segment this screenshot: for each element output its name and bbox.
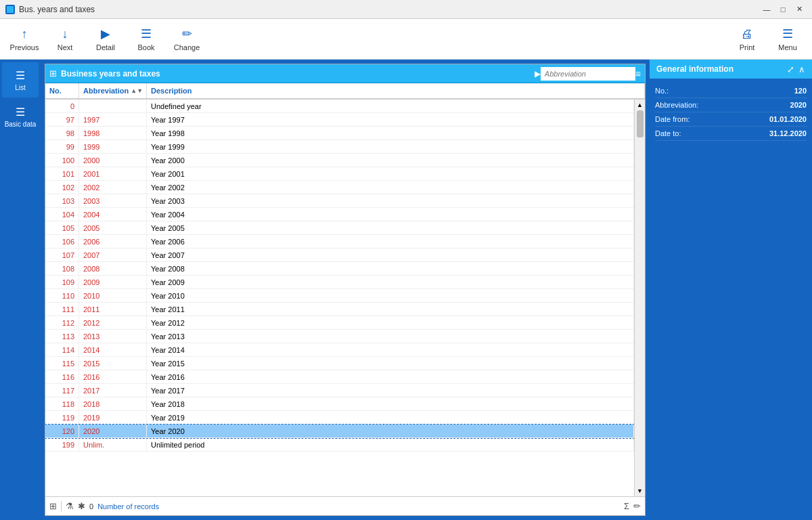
cell-description: Year 2002 — [147, 181, 634, 194]
col-abbreviation[interactable]: Abbreviation ▲▼ — [79, 83, 147, 98]
change-label: Change — [174, 43, 200, 51]
table-row[interactable]: 1022002Year 2002 — [45, 181, 634, 194]
cell-description: Year 2020 — [147, 425, 634, 437]
table-row[interactable]: 1192019Year 2019 — [45, 411, 634, 425]
cell-abbreviation: 2009 — [79, 276, 147, 288]
expand-icon[interactable]: ⤢ — [787, 64, 794, 74]
sidebar-item-basic-data[interactable]: ☰ Basic data — [2, 99, 39, 134]
cell-no: 199 — [45, 438, 79, 451]
sidebar-item-list[interactable]: ☰ List — [2, 62, 39, 98]
table-row[interactable]: 1012001Year 2001 — [45, 167, 634, 181]
cell-no: 112 — [45, 316, 79, 329]
cell-abbreviation: 2001 — [79, 167, 147, 180]
table-row[interactable]: 1162016Year 2016 — [45, 370, 634, 384]
table-row[interactable]: 1062006Year 2006 — [45, 235, 634, 248]
cell-abbreviation: 2014 — [79, 343, 147, 356]
book-icon: ☰ — [141, 26, 152, 41]
cell-abbreviation: 2003 — [79, 194, 147, 207]
right-panel-body: No.:120Abbreviation:2020Date from:01.01.… — [650, 79, 812, 146]
cell-description: Year 2009 — [147, 276, 634, 288]
cell-description: Year 2000 — [147, 154, 634, 167]
sidebar-basic-data-label: Basic data — [5, 121, 37, 128]
print-button[interactable]: 🖨 Print — [728, 22, 766, 57]
table-row[interactable]: 1002000Year 2000 — [45, 154, 634, 167]
cell-abbreviation — [79, 100, 147, 112]
settings-icon[interactable]: ✱ — [78, 501, 85, 511]
table-row[interactable]: 1052005Year 2005 — [45, 221, 634, 235]
previous-button[interactable]: ↑ Previous — [5, 22, 43, 57]
table-search-input[interactable] — [541, 67, 635, 81]
table-row[interactable]: 1042004Year 2004 — [45, 208, 634, 221]
cell-no: 114 — [45, 343, 79, 356]
cell-description: Year 2015 — [147, 357, 634, 370]
table-row[interactable]: 981998Year 1998 — [45, 127, 634, 140]
collapse-icon[interactable]: ∧ — [798, 64, 805, 74]
cell-abbreviation: 2020 — [79, 425, 147, 437]
detail-button[interactable]: ▶ Detail — [87, 22, 125, 57]
table-row[interactable]: 1132013Year 2013 — [45, 330, 634, 343]
grid-body[interactable]: 0Undefined year971997Year 1997981998Year… — [45, 100, 634, 496]
cell-no: 110 — [45, 289, 79, 302]
number-records-label: Number of records — [97, 502, 159, 511]
table-row[interactable]: 1122012Year 2012 — [45, 316, 634, 330]
next-button[interactable]: ↓ Next — [46, 22, 84, 57]
table-row[interactable]: 1102010Year 2010 — [45, 289, 634, 303]
table-row[interactable]: 1092009Year 2009 — [45, 276, 634, 289]
cell-abbreviation: 2004 — [79, 208, 147, 221]
cell-description: Year 2018 — [147, 397, 634, 410]
table-row[interactable]: 1142014Year 2014 — [45, 343, 634, 357]
table-row[interactable]: 0Undefined year — [45, 100, 634, 113]
scroll-up-btn[interactable]: ▲ — [636, 101, 644, 109]
status-bar: ⊞ ⚗ ✱ 0 Number of records Σ ✏ — [45, 496, 645, 515]
scroll-down-btn[interactable]: ▼ — [636, 487, 644, 495]
table-row[interactable]: 1182018Year 2018 — [45, 397, 634, 411]
table-row[interactable]: 1082008Year 2008 — [45, 262, 634, 276]
minimize-button[interactable]: — — [759, 3, 774, 16]
cell-description: Year 2014 — [147, 343, 634, 356]
table-menu-icon[interactable]: ≡ — [635, 68, 641, 79]
cell-description: Year 1998 — [147, 127, 634, 139]
sort-icon: ▲▼ — [131, 87, 143, 94]
cell-no: 0 — [45, 100, 79, 112]
cell-description: Year 2007 — [147, 248, 634, 261]
info-row-abbreviation: Abbreviation:2020 — [655, 98, 807, 112]
table-title: Business years and taxes — [61, 69, 535, 79]
table-row[interactable]: 1112011Year 2011 — [45, 303, 634, 316]
info-row-no: No.:120 — [655, 84, 807, 98]
table-icon: ⊞ — [49, 68, 57, 79]
grid-header: No. Abbreviation ▲▼ Description — [45, 83, 645, 100]
cell-no: 103 — [45, 194, 79, 207]
table-row[interactable]: 1032003Year 2003 — [45, 194, 634, 208]
sidebar-list-label: List — [15, 84, 26, 91]
close-button[interactable]: ✕ — [792, 3, 807, 16]
table-status-icon[interactable]: ⊞ — [49, 501, 57, 511]
table-row[interactable]: 971997Year 1997 — [45, 113, 634, 127]
detail-icon: ▶ — [101, 26, 110, 41]
table-row[interactable]: 1172017Year 2017 — [45, 384, 634, 397]
change-button[interactable]: ✏ Change — [168, 22, 206, 57]
scrollbar[interactable]: ▲ ▼ — [634, 100, 645, 496]
cell-description: Year 2008 — [147, 262, 634, 275]
menu-button[interactable]: ☰ Menu — [769, 22, 807, 57]
table-row[interactable]: 1072007Year 2007 — [45, 248, 634, 262]
info-value-abbreviation: 2020 — [790, 101, 807, 109]
cell-description: Year 2011 — [147, 303, 634, 316]
cell-no: 120 — [45, 425, 79, 437]
sum-icon[interactable]: Σ — [624, 501, 629, 511]
cell-description: Year 1999 — [147, 140, 634, 153]
table-row[interactable]: 1202020Year 2020 — [45, 425, 634, 438]
table-panel: ⊞ Business years and taxes ▶ ≡ No. Abbre… — [45, 64, 646, 516]
filter-icon[interactable]: ⚗ — [66, 501, 74, 511]
cell-no: 97 — [45, 113, 79, 126]
info-row-dateTo: Date to:31.12.2020 — [655, 127, 807, 141]
table-row[interactable]: 991999Year 1999 — [45, 140, 634, 154]
table-row[interactable]: 199Unlim.Unlimited period — [45, 438, 634, 452]
maximize-button[interactable]: □ — [775, 3, 790, 16]
cell-abbreviation: 2002 — [79, 181, 147, 194]
table-row[interactable]: 1152015Year 2015 — [45, 357, 634, 370]
book-button[interactable]: ☰ Book — [127, 22, 165, 57]
scroll-thumb[interactable] — [637, 110, 644, 137]
right-panel: General information ⤢ ∧ No.:120Abbreviat… — [650, 60, 812, 520]
edit-status-icon[interactable]: ✏ — [633, 501, 641, 511]
cell-description: Year 2012 — [147, 316, 634, 329]
